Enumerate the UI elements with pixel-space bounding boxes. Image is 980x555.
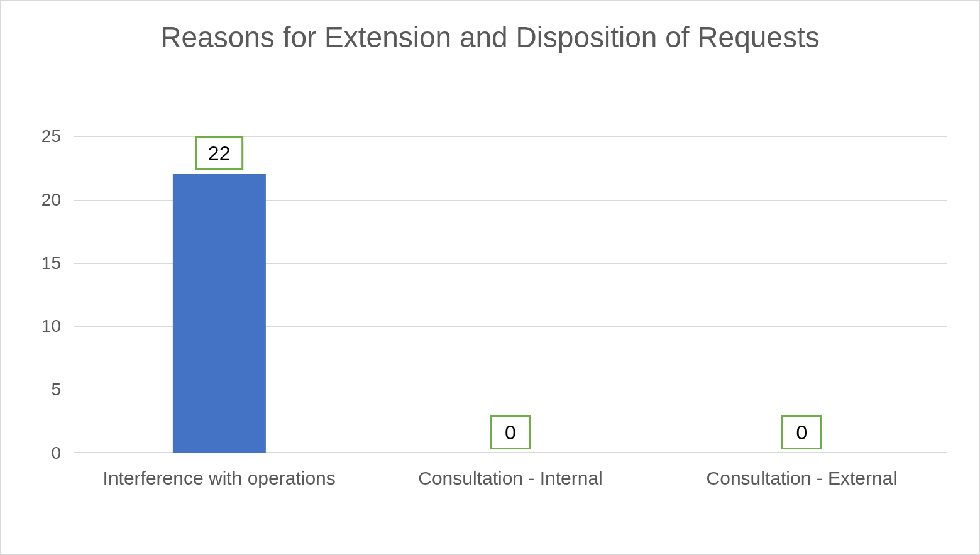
plot-area: 2200 — [74, 136, 947, 453]
bar-slot: 0 — [365, 136, 656, 453]
x-axis-category-label: Interference with operations — [74, 466, 365, 490]
bar — [173, 174, 266, 453]
y-axis-tick: 15 — [26, 253, 67, 273]
y-axis-tick: 5 — [26, 380, 67, 400]
data-label: 22 — [195, 136, 244, 170]
y-axis: 0510152025 — [33, 136, 67, 453]
y-axis-tick: 20 — [26, 190, 67, 210]
bar-slot: 0 — [656, 136, 947, 453]
y-axis-tick: 25 — [26, 126, 67, 146]
x-axis-category-label: Consultation - Internal — [365, 466, 656, 490]
y-axis-tick: 0 — [26, 443, 67, 463]
x-axis-category-label: Consultation - External — [656, 466, 947, 490]
chart-frame: Reasons for Extension and Disposition of… — [0, 0, 980, 555]
chart-title: Reasons for Extension and Disposition of… — [1, 1, 979, 61]
data-label: 0 — [490, 415, 531, 449]
data-label: 0 — [781, 415, 822, 449]
bar-slot: 22 — [74, 136, 365, 453]
x-axis-labels: Interference with operationsConsultation… — [74, 459, 947, 529]
plot-container: 0510152025 2200 Interference with operat… — [33, 136, 947, 529]
y-axis-tick: 10 — [26, 316, 67, 336]
